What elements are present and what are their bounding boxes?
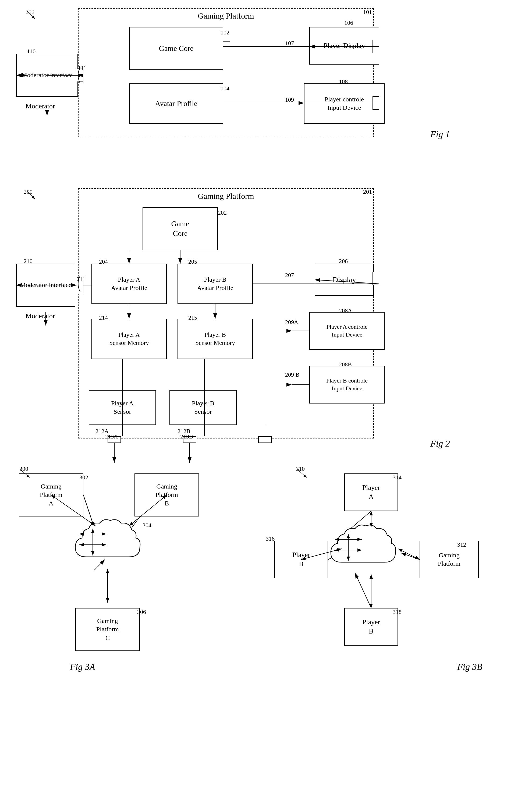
fig2-player-a-avatar-box: Player A Avatar Profile [92, 264, 167, 304]
fig2-ref-209a: 209A [285, 319, 298, 326]
fig3b-player-b1-box: Player B [274, 541, 328, 578]
fig2-ref-213a: 213A [105, 433, 118, 440]
fig2-ref-214: 214 [99, 314, 108, 321]
fig2-game-core-label: Game Core [171, 219, 189, 239]
fig1-ref-104: 104 [221, 85, 229, 92]
fig3b-player-a-box: Player A [344, 473, 398, 511]
fig1-moderator-label: Moderator [25, 102, 55, 110]
fig2-player-a-avatar-label: Player A Avatar Profile [111, 276, 147, 292]
fig2-ref-208b: 208B [339, 361, 352, 368]
svg-line-35 [355, 573, 371, 608]
fig2-moderator-label: Moderator [25, 312, 55, 320]
fig3a-platform-b-box: Gaming Platform B [134, 473, 199, 517]
fig2-player-b-avatar-box: Player B Avatar Profile [177, 264, 253, 304]
fig2-player-a-sensor-box: Player A Sensor [89, 390, 156, 425]
fig3a-platform-a-label: Gaming Platform A [40, 482, 62, 508]
fig3a-platform-c-box: Gaming Platform C [75, 608, 140, 651]
fig3a-ref-300: 300 [19, 465, 28, 472]
fig3b-label: Fig 3B [457, 662, 482, 672]
fig2-player-a-sensor-mem-box: Player A Sensor Memory [92, 319, 167, 359]
fig1-game-core-box: Game Core [129, 27, 223, 70]
fig3a-platform-c-label: Gaming Platform C [96, 617, 119, 642]
fig3b-ref-316: 316 [266, 535, 274, 542]
fig3a-cloud [67, 517, 142, 570]
fig3a-ref-304: 304 [142, 522, 151, 529]
fig2-connector-right [373, 272, 379, 285]
fig2-ref-204: 204 [99, 258, 108, 265]
diagram-area: Gaming Platform Game Core Avatar Profile… [0, 0, 532, 807]
fig1-moderator-interface-label: Moderator interface [21, 71, 73, 79]
fig3b-ref-318: 318 [393, 608, 402, 616]
fig1-avatar-profile-label: Avatar Profile [155, 99, 197, 108]
fig1-player-display-box: Player Display [309, 27, 379, 64]
fig1-gaming-platform-label: Gaming Platform [198, 11, 254, 20]
fig2-ref-213b: 213B [180, 433, 193, 440]
fig2-player-a-sensor-label: Player A Sensor [111, 399, 133, 416]
fig1-game-core-label: Game Core [159, 43, 193, 53]
fig2-player-b-control-box: Player B controle Input Device [309, 366, 385, 404]
fig1-ref-110: 110 [27, 48, 36, 55]
fig2-moderator-interface-box: Moderator interface [16, 264, 75, 307]
fig2-game-core-box: Game Core [142, 207, 218, 250]
fig2-ref-200: 200 [24, 188, 33, 195]
fig1-ref-102: 102 [221, 29, 229, 36]
fig3a-platform-a-box: Gaming Platform A [19, 473, 83, 517]
fig2-ref-202: 202 [218, 209, 227, 216]
fig2-player-a-control-label: Player A controle Input Device [326, 323, 368, 338]
fig3b-cloud [323, 522, 398, 576]
fig1-player-control-label: Player controle Input Device [325, 95, 364, 112]
fig1-connector-right-bottom [373, 96, 379, 110]
fig3b-ref-312: 312 [457, 541, 466, 548]
fig1-ref-100: 100 [25, 8, 34, 15]
fig2-player-b-sensor-label: Player B Sensor [192, 399, 214, 416]
fig2-ref-211: 211 [77, 276, 85, 283]
fig1-moderator-interface-box: Moderator interface [16, 54, 78, 97]
fig1-ref-109: 109 [285, 96, 294, 103]
fig2-player-a-control-box: Player A controle Input Device [309, 312, 385, 350]
fig2-connector-sensor-c [258, 436, 272, 443]
fig2-ref-205: 205 [188, 258, 197, 265]
fig1-label: Fig 1 [430, 129, 450, 139]
fig3a-ref-302: 302 [79, 474, 88, 481]
fig2-display-label: Display [332, 275, 356, 285]
fig2-gaming-platform-label: Gaming Platform [198, 191, 254, 201]
fig2-ref-209b: 209 B [285, 371, 299, 378]
fig2-ref-210: 210 [24, 258, 33, 265]
fig1-ref-111: 111 [78, 64, 86, 72]
fig3a-platform-b-label: Gaming Platform B [155, 482, 178, 508]
fig3a-label: Fig 3A [70, 662, 95, 672]
svg-line-57 [398, 549, 420, 560]
fig2-ref-215: 215 [188, 314, 197, 321]
fig2-ref-201: 201 [363, 188, 372, 195]
fig2-player-b-sensor-mem-label: Player B Sensor Memory [195, 331, 235, 347]
fig2-ref-206: 206 [339, 258, 348, 265]
fig3b-player-a-label: Player A [362, 483, 380, 502]
fig3a-ref-306: 306 [137, 608, 146, 616]
fig3b-gaming-platform-label: Gaming Platform [438, 551, 460, 568]
fig3b-player-b1-label: Player B [292, 550, 310, 569]
fig1-connector-right-top [373, 40, 379, 53]
fig2-ref-208a: 208A [339, 307, 352, 314]
fig3b-player-b2-box: Player B [344, 608, 398, 645]
fig2-player-b-avatar-label: Player B Avatar Profile [197, 276, 233, 292]
fig1-ref-101: 101 [363, 8, 372, 16]
fig1-ref-107: 107 [285, 40, 294, 47]
fig3b-gaming-platform-box: Gaming Platform [420, 541, 479, 578]
svg-line-36 [401, 553, 420, 560]
fig2-label: Fig 2 [430, 438, 450, 449]
fig2-player-b-sensor-mem-box: Player B Sensor Memory [177, 319, 253, 359]
fig2-display-box: Display [315, 264, 374, 296]
fig2-moderator-interface-label: Moderator interface [20, 281, 71, 289]
fig1-ref-106: 106 [344, 19, 353, 26]
fig3b-ref-310: 310 [296, 465, 305, 472]
fig1-player-display-label: Player Display [324, 41, 365, 50]
fig3b-ref-314: 314 [393, 474, 402, 481]
fig2-ref-207: 207 [285, 272, 294, 279]
fig3b-player-b2-label: Player B [362, 618, 380, 636]
fig2-player-b-sensor-box: Player B Sensor [169, 390, 237, 425]
fig2-player-b-control-label: Player B controle Input Device [326, 377, 368, 392]
fig2-player-a-sensor-mem-label: Player A Sensor Memory [109, 331, 149, 347]
fig1-ref-108: 108 [339, 78, 348, 85]
fig1-avatar-profile-box: Avatar Profile [129, 83, 223, 124]
